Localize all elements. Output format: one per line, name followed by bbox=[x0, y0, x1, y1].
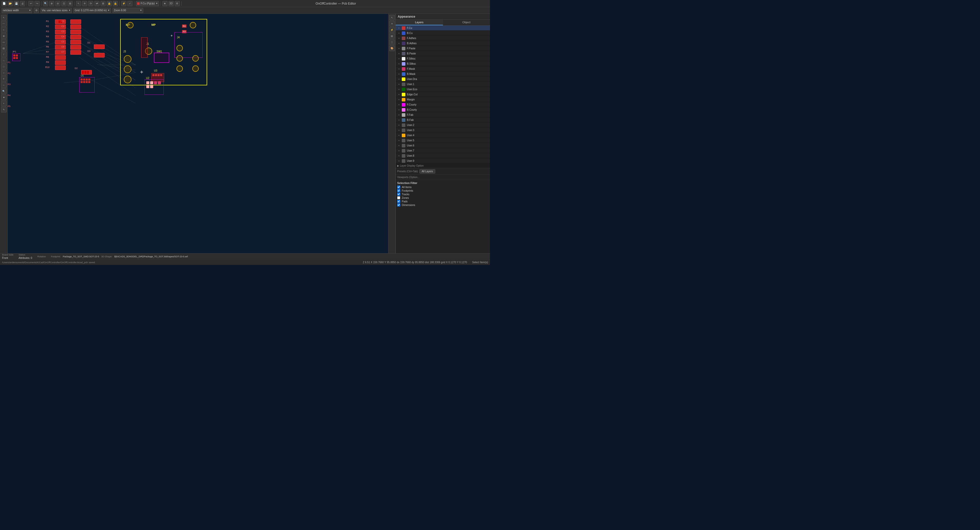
pcb-canvas-area[interactable]: MP MP J3 J1 J4 SW1 S2 S1 U3 bbox=[8, 14, 395, 253]
move-icon[interactable]: ✛ bbox=[82, 1, 87, 6]
filter-dimensions-checkbox[interactable] bbox=[397, 203, 400, 206]
cursor-tool[interactable]: ↖ bbox=[1, 15, 6, 21]
layer-fcu[interactable]: ● F.Cu bbox=[396, 25, 490, 31]
drc-icon[interactable]: ✓ bbox=[127, 1, 132, 6]
layer-user2[interactable]: ● User.2 bbox=[396, 123, 490, 128]
layer-edgecut[interactable]: ● Edge.Cut bbox=[396, 92, 490, 97]
filter-tracks-checkbox[interactable] bbox=[397, 193, 400, 196]
zoom-custom-icon[interactable]: ⊞ bbox=[67, 1, 73, 6]
layer-bmask[interactable]: ● B.Mask bbox=[396, 71, 490, 77]
highlight-icon[interactable]: ★ bbox=[162, 1, 167, 6]
draw-rule-tool[interactable]: ▤ bbox=[1, 46, 6, 51]
add-via-tool[interactable]: ⊕ bbox=[1, 33, 6, 39]
open-file-icon[interactable]: 📂 bbox=[8, 1, 13, 6]
layer-bfab[interactable]: ● B.Fab bbox=[396, 117, 490, 123]
d2-area: D2 bbox=[81, 70, 92, 75]
layer-user5[interactable]: ● User.5 bbox=[396, 138, 490, 143]
c7-label: C7 bbox=[61, 51, 64, 53]
draw-line-tool[interactable]: / bbox=[1, 52, 6, 57]
layer-badhes[interactable]: ● B.Adhes bbox=[396, 41, 490, 46]
layer-selector[interactable]: F.Cu (PgUp) ▼ bbox=[136, 1, 159, 6]
unlock-icon[interactable]: 🔓 bbox=[113, 1, 118, 6]
select-icon[interactable]: ↖ bbox=[76, 1, 81, 6]
measure-tool[interactable]: ↔ bbox=[1, 82, 6, 88]
search-icon[interactable]: 🔍 bbox=[43, 1, 48, 6]
draw-circle-tool[interactable]: ○ bbox=[1, 70, 6, 76]
c6-body bbox=[70, 45, 81, 49]
net-highlight-icon[interactable]: ⚡ bbox=[389, 27, 395, 33]
layer-userdra[interactable]: ● User.Dra bbox=[396, 77, 490, 82]
netclass-dropdown[interactable]: netclass width ▼ bbox=[2, 8, 32, 13]
layer-display-section[interactable]: ▶ Layer Display Option bbox=[396, 163, 490, 168]
tab-object[interactable]: Object bbox=[443, 20, 490, 25]
filter-zones-checkbox[interactable] bbox=[397, 196, 400, 199]
tabs-row: Layers Object bbox=[396, 20, 490, 25]
all-layers-button[interactable]: All Layers bbox=[419, 169, 435, 173]
filter-all-items-checkbox[interactable] bbox=[397, 186, 400, 189]
zoom-out-icon[interactable]: ⊖ bbox=[55, 1, 60, 6]
layer-user8-color bbox=[402, 154, 405, 158]
settings-icon[interactable]: ⚙ bbox=[175, 1, 180, 6]
layer-fpaste[interactable]: ● F.Paste bbox=[396, 46, 490, 51]
layer-ffab[interactable]: ● F.Fab bbox=[396, 113, 490, 117]
layer-bpaste[interactable]: ● B.Paste bbox=[396, 51, 490, 56]
print-icon[interactable]: 🖨 bbox=[20, 1, 25, 6]
zoom-dropdown[interactable]: Zoom 8.00 ▼ bbox=[113, 8, 143, 13]
mirror-icon[interactable]: ⇄ bbox=[94, 1, 99, 6]
layer-bsilks[interactable]: ● B.Silksc bbox=[396, 61, 490, 67]
filter-pads-checkbox[interactable] bbox=[397, 200, 400, 203]
layer-user4[interactable]: ● User.4 bbox=[396, 133, 490, 138]
r8-body bbox=[55, 55, 66, 60]
color-icon[interactable]: 🎨 bbox=[389, 46, 395, 51]
hatch-icon[interactable]: ░ bbox=[389, 40, 395, 45]
layer-usereco[interactable]: ● User.Eco bbox=[396, 87, 490, 92]
layer-margin[interactable]: ● Margin bbox=[396, 97, 490, 102]
inspect-tool[interactable]: 🔍 bbox=[1, 89, 6, 94]
zoom-in-icon[interactable]: ⊕ bbox=[49, 1, 54, 6]
add-text-tool[interactable]: T bbox=[1, 76, 6, 82]
3d-icon[interactable]: 3D bbox=[169, 1, 173, 6]
grid-dropdown[interactable]: Grid: 0.1270 mm (0.0050 in) ▼ bbox=[73, 8, 111, 13]
layer-user7[interactable]: ● User.7 bbox=[396, 148, 490, 153]
add-footprint-tool[interactable]: + bbox=[1, 101, 6, 106]
unk-tool[interactable]: ✎ bbox=[1, 107, 6, 113]
main-toolbar: 📄 📂 💾 🖨 ↩ ↪ 🔍 ⊕ ⊖ ⊡ ⊞ ↖ ✛ ⟳ ⇄ ⊞ 🔒 🔓 ⚡ ✓ … bbox=[0, 0, 490, 7]
draw-zone-tool[interactable]: ▭ bbox=[1, 40, 6, 45]
layer-user3[interactable]: ● User.3 bbox=[396, 128, 490, 133]
cursor-right-icon[interactable]: ↖ bbox=[389, 15, 395, 21]
redo-icon[interactable]: ↪ bbox=[35, 1, 40, 6]
layer-user8[interactable]: ● User.8 bbox=[396, 153, 490, 159]
new-file-icon[interactable]: 📄 bbox=[2, 1, 6, 6]
route-track-tool[interactable]: 〰 bbox=[1, 21, 6, 27]
close-right-icon[interactable]: ✕ bbox=[389, 21, 395, 27]
filter-footprints-checkbox[interactable] bbox=[397, 189, 400, 192]
align-icon[interactable]: ⊞ bbox=[100, 1, 106, 6]
layer-fadhes[interactable]: ● F.Adhes bbox=[396, 36, 490, 41]
layer-bcu[interactable]: ● B.Cu bbox=[396, 31, 490, 36]
rotate-icon[interactable]: ⟳ bbox=[88, 1, 93, 6]
via-dropdown[interactable]: Via: use netclass sizes ▼ bbox=[40, 8, 72, 13]
zoom-fit-icon[interactable]: ⊡ bbox=[61, 1, 67, 6]
layer-fcourty[interactable]: ● F.Courty bbox=[396, 102, 490, 107]
netclass-settings-icon[interactable]: ⚙ bbox=[34, 8, 39, 13]
layer-bcourty[interactable]: ● B.Courty bbox=[396, 107, 490, 113]
draw-arc-tool[interactable]: ∩ bbox=[1, 58, 6, 63]
layer-user1[interactable]: ● User.1 bbox=[396, 82, 490, 87]
filter-dimensions-label: Dimensions bbox=[402, 204, 415, 206]
layer-fsilks[interactable]: ● F.Silksc bbox=[396, 56, 490, 61]
undo-icon[interactable]: ↩ bbox=[29, 1, 33, 6]
shape3d-value: ${KICADS_3DMODEL_DIR}/Package_TO_SOT.3ds… bbox=[114, 255, 188, 258]
net-icon[interactable]: ⚡ bbox=[121, 1, 126, 6]
render-icon[interactable]: ▤ bbox=[389, 33, 395, 39]
layer-user9[interactable]: ● User.9 bbox=[396, 159, 490, 163]
pcb-canvas[interactable]: MP MP J3 J1 J4 SW1 S2 S1 U3 bbox=[8, 14, 395, 253]
highlight-net-tool[interactable]: ★ bbox=[1, 95, 6, 100]
lock-icon[interactable]: 🔒 bbox=[107, 1, 112, 6]
layer-fmask[interactable]: ● F.Mask bbox=[396, 67, 490, 71]
layer-user6[interactable]: ● User.6 bbox=[396, 143, 490, 148]
separator-3 bbox=[74, 1, 75, 6]
tab-layers[interactable]: Layers bbox=[396, 20, 443, 25]
route-diff-tool[interactable]: ≈ bbox=[1, 27, 6, 33]
save-icon[interactable]: 💾 bbox=[14, 1, 19, 6]
draw-rect-tool[interactable]: □ bbox=[1, 64, 6, 70]
